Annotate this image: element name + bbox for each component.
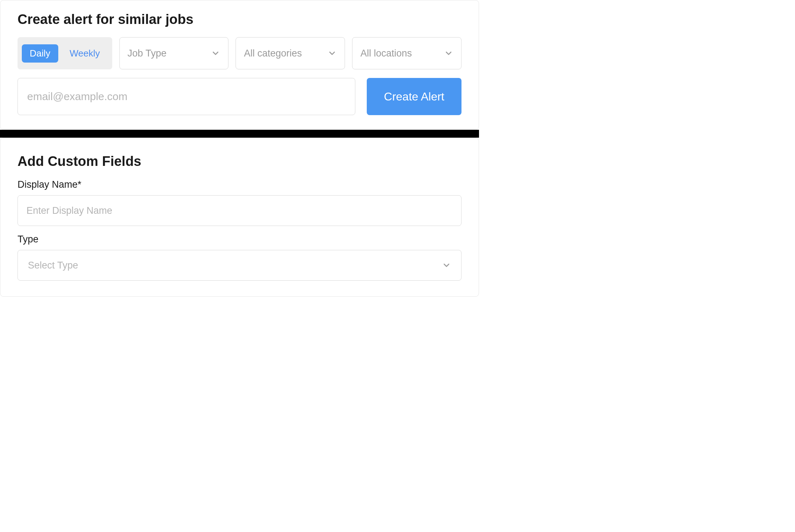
email-input[interactable] xyxy=(18,78,355,115)
type-select[interactable]: Select Type xyxy=(18,250,461,281)
frequency-daily-button[interactable]: Daily xyxy=(22,44,58,63)
locations-dropdown[interactable]: All locations xyxy=(352,37,461,69)
chevron-down-icon xyxy=(442,261,451,270)
frequency-weekly-button[interactable]: Weekly xyxy=(62,44,108,63)
job-type-dropdown-label: Job Type xyxy=(128,48,167,59)
frequency-segmented: Daily Weekly xyxy=(18,37,112,69)
type-field-group: Type Select Type xyxy=(18,234,461,281)
email-row: Create Alert xyxy=(18,78,461,115)
display-name-label: Display Name* xyxy=(18,179,461,190)
locations-dropdown-label: All locations xyxy=(360,48,412,59)
chevron-down-icon xyxy=(211,49,220,58)
job-type-dropdown[interactable]: Job Type xyxy=(119,37,229,69)
type-label: Type xyxy=(18,234,461,245)
panel-divider xyxy=(0,130,479,138)
chevron-down-icon xyxy=(444,49,453,58)
alert-controls-row: Daily Weekly Job Type All categories All… xyxy=(18,37,461,69)
create-alert-title: Create alert for similar jobs xyxy=(18,12,461,27)
categories-dropdown[interactable]: All categories xyxy=(236,37,345,69)
create-alert-button[interactable]: Create Alert xyxy=(367,78,461,115)
type-select-placeholder: Select Type xyxy=(28,260,78,271)
custom-fields-title: Add Custom Fields xyxy=(18,154,461,169)
categories-dropdown-label: All categories xyxy=(244,48,302,59)
display-name-field-group: Display Name* xyxy=(18,179,461,226)
create-alert-panel: Create alert for similar jobs Daily Week… xyxy=(0,0,479,130)
custom-fields-panel: Add Custom Fields Display Name* Type Sel… xyxy=(0,138,479,297)
display-name-input[interactable] xyxy=(18,195,461,226)
chevron-down-icon xyxy=(327,49,337,58)
